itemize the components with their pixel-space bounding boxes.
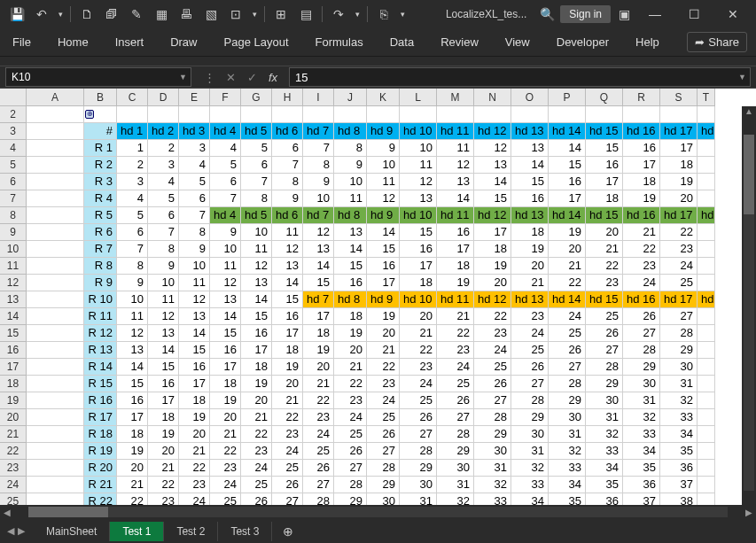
- cell[interactable]: 24: [549, 308, 586, 325]
- cell[interactable]: 27: [474, 392, 511, 409]
- cell[interactable]: 11: [272, 224, 303, 241]
- cell[interactable]: 4: [179, 157, 210, 174]
- cell[interactable]: 28: [660, 325, 698, 342]
- cell[interactable]: 21: [437, 308, 474, 325]
- cell[interactable]: [698, 426, 715, 443]
- cell[interactable]: 33: [623, 426, 660, 443]
- cell[interactable]: 24: [303, 426, 334, 443]
- cell[interactable]: 21: [179, 443, 210, 460]
- cell[interactable]: 20: [117, 460, 148, 477]
- cell[interactable]: 20: [179, 426, 210, 443]
- cell[interactable]: 24: [210, 477, 241, 493]
- cell[interactable]: R 2: [84, 157, 117, 174]
- cell[interactable]: hd 11: [437, 291, 474, 308]
- cell[interactable]: 11: [117, 308, 148, 325]
- cell[interactable]: [303, 106, 334, 123]
- cell[interactable]: 15: [334, 258, 367, 275]
- cell[interactable]: 26: [367, 426, 400, 443]
- cell[interactable]: 19: [367, 308, 400, 325]
- cell[interactable]: 23: [400, 359, 437, 376]
- cell[interactable]: [698, 477, 715, 493]
- cell[interactable]: 18: [117, 426, 148, 443]
- cell[interactable]: hd 10: [400, 123, 437, 140]
- cell[interactable]: [367, 106, 400, 123]
- cell[interactable]: 9: [117, 275, 148, 291]
- cell[interactable]: 19: [241, 376, 272, 392]
- cell[interactable]: hd 7: [303, 123, 334, 140]
- cell[interactable]: R 6: [84, 224, 117, 241]
- cell[interactable]: 22: [437, 325, 474, 342]
- cell[interactable]: 16: [623, 140, 660, 157]
- cell[interactable]: 10: [334, 174, 367, 190]
- cell[interactable]: 19: [474, 258, 511, 275]
- cell[interactable]: [698, 443, 715, 460]
- cell[interactable]: hd 13: [511, 207, 549, 224]
- cell[interactable]: #: [84, 123, 117, 140]
- cell[interactable]: 18: [437, 258, 474, 275]
- cell[interactable]: 20: [549, 241, 586, 258]
- cell[interactable]: 2: [148, 140, 179, 157]
- cell[interactable]: hd 14: [549, 207, 586, 224]
- cell[interactable]: 1: [117, 140, 148, 157]
- cell[interactable]: 10: [367, 157, 400, 174]
- save-icon[interactable]: 💾: [5, 3, 28, 26]
- cell[interactable]: 13: [303, 241, 334, 258]
- cell[interactable]: 27: [511, 376, 549, 392]
- undo-icon[interactable]: ↶: [30, 3, 53, 26]
- cell[interactable]: 18: [511, 224, 549, 241]
- formula-input[interactable]: 15▼: [289, 67, 751, 87]
- cell[interactable]: hd 10: [400, 291, 437, 308]
- row-header[interactable]: 24: [0, 477, 27, 493]
- cell[interactable]: 6: [148, 207, 179, 224]
- cell[interactable]: 10: [241, 224, 272, 241]
- cell[interactable]: 21: [623, 224, 660, 241]
- col-header[interactable]: A: [27, 89, 84, 106]
- cell[interactable]: 31: [511, 443, 549, 460]
- cell[interactable]: 5: [241, 140, 272, 157]
- col-header[interactable]: F: [210, 89, 241, 106]
- cell[interactable]: 12: [210, 275, 241, 291]
- cell[interactable]: 22: [241, 426, 272, 443]
- cell[interactable]: 14: [334, 241, 367, 258]
- cell[interactable]: R 10: [84, 291, 117, 308]
- cell[interactable]: [27, 190, 84, 207]
- col-header[interactable]: E: [179, 89, 210, 106]
- fb-dots-icon[interactable]: ⋮: [199, 67, 220, 87]
- name-box[interactable]: K10▼: [5, 67, 191, 87]
- chevron-down-icon[interactable]: ▼: [738, 73, 746, 81]
- col-header[interactable]: S: [660, 89, 698, 106]
- cell[interactable]: 32: [511, 460, 549, 477]
- cell[interactable]: 3: [148, 157, 179, 174]
- cell[interactable]: 12: [241, 258, 272, 275]
- cell[interactable]: 21: [272, 392, 303, 409]
- cell[interactable]: [474, 106, 511, 123]
- cell[interactable]: [698, 275, 715, 291]
- quick-icon-5[interactable]: ⊡: [224, 3, 247, 26]
- cell[interactable]: 17: [367, 275, 400, 291]
- col-header[interactable]: B: [84, 89, 117, 106]
- cell[interactable]: 7: [117, 241, 148, 258]
- cell[interactable]: 27: [334, 460, 367, 477]
- cell[interactable]: hd 14: [549, 291, 586, 308]
- cell[interactable]: hd 13: [511, 123, 549, 140]
- redo-icon[interactable]: ↷: [327, 3, 350, 26]
- cell[interactable]: 9: [272, 190, 303, 207]
- cell[interactable]: 17: [148, 392, 179, 409]
- cell[interactable]: 29: [367, 477, 400, 493]
- row-header[interactable]: 7: [0, 190, 27, 207]
- cell[interactable]: [27, 291, 84, 308]
- cell[interactable]: hd 17: [660, 207, 698, 224]
- cell[interactable]: 6: [117, 224, 148, 241]
- cell[interactable]: hd 15: [586, 207, 623, 224]
- cell[interactable]: 2: [117, 157, 148, 174]
- cell[interactable]: 33: [586, 443, 623, 460]
- cell[interactable]: 20: [303, 359, 334, 376]
- cell[interactable]: hd 16: [623, 207, 660, 224]
- cell[interactable]: 17: [303, 308, 334, 325]
- cell[interactable]: 21: [241, 409, 272, 426]
- cell[interactable]: [437, 106, 474, 123]
- cell[interactable]: hd: [698, 207, 715, 224]
- cell[interactable]: 11: [400, 157, 437, 174]
- cell[interactable]: 25: [586, 308, 623, 325]
- row-header[interactable]: 4: [0, 140, 27, 157]
